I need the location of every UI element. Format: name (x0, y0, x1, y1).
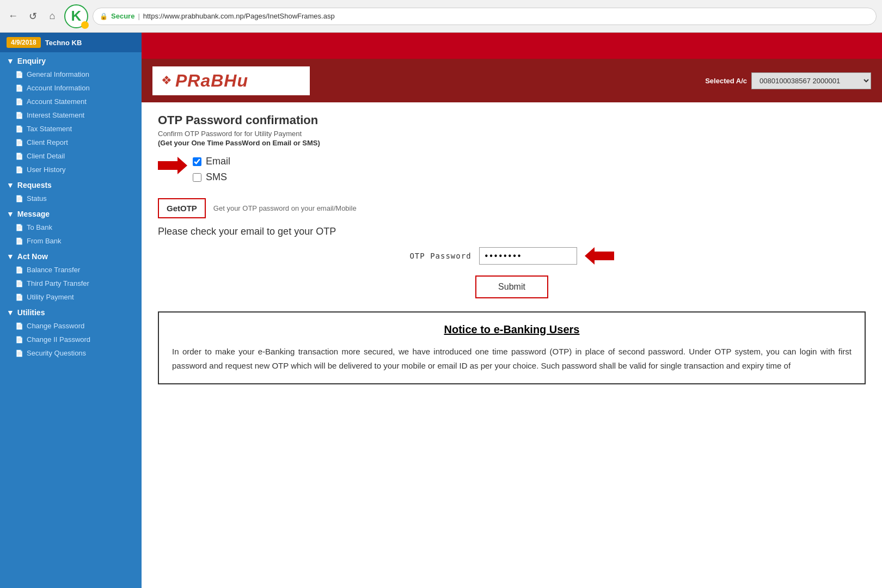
sidebar-item-to-bank[interactable]: 📄 To Bank (0, 220, 142, 234)
doc-icon: 📄 (15, 280, 23, 287)
sidebar-item-change-ii-password[interactable]: 📄 Change II Password (0, 333, 142, 346)
account-selector: Selected A/c 0080100038567 2000001 (705, 72, 871, 89)
sidebar-date: 4/9/2018 (7, 37, 41, 48)
sidebar-item-client-report[interactable]: 📄 Client Report (0, 136, 142, 149)
selected-ac-label: Selected A/c (705, 77, 747, 85)
doc-icon: 📄 (15, 237, 23, 245)
notice-title: Notice to e-Banking Users (172, 323, 852, 336)
sidebar-item-label: Account Information (27, 84, 90, 92)
otp-option-email: Email (193, 156, 230, 167)
sidebar-item-general-information[interactable]: 📄 General Information (0, 68, 142, 81)
svg-marker-1 (585, 247, 614, 265)
sidebar-item-account-statement[interactable]: 📄 Account Statement (0, 95, 142, 108)
secure-text: Secure (111, 12, 134, 20)
getotp-hint: Get your OTP password on your email/Mobi… (213, 204, 357, 212)
doc-icon: 📄 (15, 266, 23, 274)
sidebar-item-client-detail[interactable]: 📄 Client Detail (0, 149, 142, 163)
doc-icon: 📄 (15, 152, 23, 160)
getotp-row: GetOTP Get your OTP password on your ema… (158, 198, 866, 218)
sidebar-item-label: To Bank (27, 223, 52, 231)
submit-button[interactable]: Submit (475, 275, 548, 298)
doc-icon: 📄 (15, 195, 23, 203)
sidebar-item-label: From Bank (27, 237, 62, 245)
doc-icon: 📄 (15, 322, 23, 330)
otp-password-row: OTP Password (158, 247, 866, 265)
address-bar[interactable]: 🔒 Secure | https://www.prabhubank.com.np… (93, 8, 877, 25)
content-area: ❖ PRaBHu BanK Selected A/c 0080100038567… (142, 33, 882, 588)
sidebar-item-balance-transfer[interactable]: 📄 Balance Transfer (0, 263, 142, 277)
sidebar-item-label: Security Questions (27, 349, 86, 357)
getotp-button[interactable]: GetOTP (158, 198, 206, 218)
back-button[interactable]: ← (5, 9, 21, 24)
page-content: OTP Password confirmation Confirm OTP Pa… (142, 102, 882, 588)
bank-name: PRaBHu BanK (175, 71, 301, 91)
sidebar-user: Techno KB (45, 39, 82, 47)
sidebar-item-label: General Information (27, 70, 89, 78)
utilities-label: Utilities (17, 308, 45, 317)
sidebar-item-label: Interest Statement (27, 111, 84, 119)
sidebar: 4/9/2018 Techno KB ▼ Enquiry 📄 General I… (0, 33, 142, 588)
sidebar-item-label: Balance Transfer (27, 266, 80, 274)
secure-lock-icon: 🔒 (100, 13, 108, 20)
sidebar-item-label: Utility Payment (27, 293, 74, 301)
requests-arrow-icon: ▼ (7, 181, 14, 189)
sms-checkbox[interactable] (193, 173, 201, 182)
doc-icon: 📄 (15, 125, 23, 133)
sidebar-item-third-party-transfer[interactable]: 📄 Third Party Transfer (0, 277, 142, 290)
sidebar-item-tax-statement[interactable]: 📄 Tax Statement (0, 122, 142, 136)
submit-row: Submit (158, 275, 866, 298)
notice-text: In order to make your e-Banking transact… (172, 345, 852, 372)
browser-chrome: ← ↺ ⌂ K 🔒 Secure | https://www.prabhuban… (0, 0, 882, 33)
sidebar-section-message[interactable]: ▼ Message (0, 205, 142, 220)
otp-title: OTP Password confirmation (158, 113, 866, 127)
message-label: Message (17, 210, 50, 218)
browser-logo: K (64, 4, 88, 28)
check-email-message: Please check your email to get your OTP (158, 226, 866, 237)
doc-icon: 📄 (15, 224, 23, 231)
sidebar-item-utility-payment[interactable]: 📄 Utility Payment (0, 290, 142, 304)
sidebar-item-from-bank[interactable]: 📄 From Bank (0, 234, 142, 248)
svg-marker-0 (158, 157, 187, 174)
otp-option-sms: SMS (193, 171, 230, 183)
sidebar-item-user-history[interactable]: 📄 User History (0, 163, 142, 176)
enquiry-arrow-icon: ▼ (7, 57, 14, 65)
otp-password-input[interactable] (479, 247, 577, 265)
sidebar-section-enquiry[interactable]: ▼ Enquiry (0, 52, 142, 68)
email-label[interactable]: Email (206, 156, 230, 167)
doc-icon: 📄 (15, 112, 23, 119)
sidebar-item-label: User History (27, 166, 66, 174)
sidebar-item-account-information[interactable]: 📄 Account Information (0, 81, 142, 95)
sidebar-item-label: Tax Statement (27, 125, 72, 133)
sidebar-item-security-questions[interactable]: 📄 Security Questions (0, 346, 142, 360)
sidebar-item-label: Change Password (27, 322, 84, 330)
requests-label: Requests (17, 181, 52, 189)
otp-arrow-indicator-icon (585, 247, 614, 265)
main-layout: 4/9/2018 Techno KB ▼ Enquiry 📄 General I… (0, 33, 882, 588)
sidebar-section-actnow[interactable]: ▼ Act Now (0, 248, 142, 263)
sidebar-item-label: Client Detail (27, 152, 65, 160)
sidebar-section-requests[interactable]: ▼ Requests (0, 176, 142, 192)
sidebar-item-change-password[interactable]: 📄 Change Password (0, 319, 142, 333)
sidebar-item-interest-statement[interactable]: 📄 Interest Statement (0, 108, 142, 122)
sidebar-section-utilities[interactable]: ▼ Utilities (0, 304, 142, 319)
otp-subtitle: Confirm OTP Password for for Utility Pay… (158, 130, 866, 138)
sidebar-item-label: Status (27, 194, 47, 203)
doc-icon: 📄 (15, 350, 23, 357)
bank-header: ❖ PRaBHu BanK Selected A/c 0080100038567… (142, 59, 882, 102)
actnow-arrow-icon: ▼ (7, 252, 14, 261)
address-url: https://www.prabhubank.com.np/Pages/Inet… (143, 12, 335, 20)
utilities-arrow-icon: ▼ (7, 308, 14, 317)
home-button[interactable]: ⌂ (45, 9, 60, 24)
sms-label[interactable]: SMS (206, 171, 227, 183)
sidebar-item-label: Third Party Transfer (27, 279, 89, 287)
doc-icon: 📄 (15, 71, 23, 78)
account-dropdown[interactable]: 0080100038567 2000001 (751, 72, 871, 89)
email-checkbox[interactable] (193, 157, 201, 166)
sidebar-item-status[interactable]: 📄 Status (0, 192, 142, 205)
arrow-indicator-icon (158, 157, 187, 174)
doc-icon: 📄 (15, 139, 23, 146)
message-arrow-icon: ▼ (7, 210, 14, 218)
actnow-label: Act Now (17, 252, 48, 261)
enquiry-label: Enquiry (17, 57, 46, 65)
refresh-button[interactable]: ↺ (25, 9, 40, 24)
